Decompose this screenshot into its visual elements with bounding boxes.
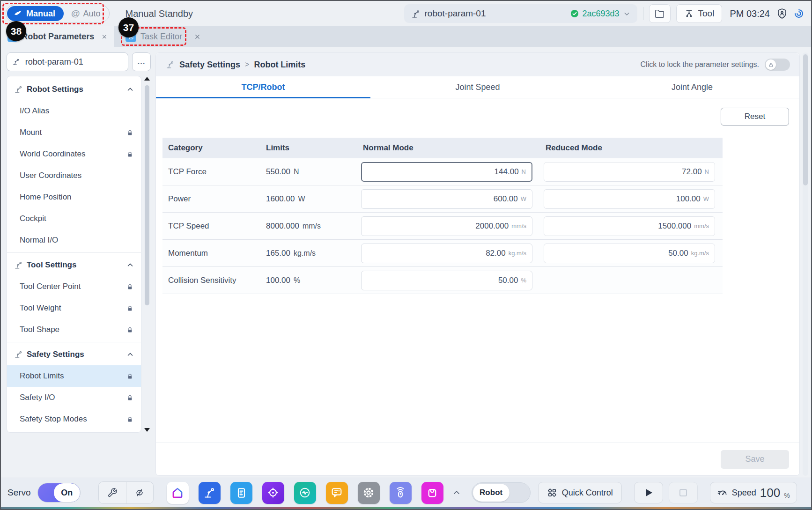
robot-limits-panel: Safety Settings > Robot Limits Click to … xyxy=(155,52,800,476)
app-store[interactable] xyxy=(421,482,443,504)
document-icon xyxy=(235,487,248,499)
reset-button[interactable]: Reset xyxy=(721,108,789,126)
play-button[interactable] xyxy=(634,482,663,503)
settings-tree: Robot Settings I/O Alias Mount World Coo… xyxy=(7,76,141,433)
sidebar-item-robot-limits[interactable]: Robot Limits xyxy=(7,365,141,387)
col-header-category: Category xyxy=(162,143,258,153)
more-options-button[interactable]: ... xyxy=(132,52,151,71)
scrollbar-thumb[interactable] xyxy=(803,54,808,185)
section-label: Safety Settings xyxy=(27,350,84,359)
chevron-down-icon xyxy=(623,10,631,18)
table-row-collision-sensitivity: Collision Sensitivity 100.00% 50.00% xyxy=(162,267,723,294)
section-tool-settings[interactable]: Tool Settings xyxy=(7,254,141,276)
sidebar-item-tool-center-point[interactable]: Tool Center Point xyxy=(7,276,141,297)
normal-mode-input[interactable]: 144.00N xyxy=(361,162,532,182)
limit-value: 8000.000mm/s xyxy=(258,222,359,231)
lock-icon xyxy=(126,283,133,290)
app-home[interactable] xyxy=(167,482,189,504)
limits-tab-strip: TCP/Robot Joint Speed Joint Angle xyxy=(156,76,799,98)
sidebar-item-io-alias[interactable]: I/O Alias xyxy=(7,100,141,122)
sidebar-item-normal-io[interactable]: Normal I/O xyxy=(7,229,141,251)
sidebar-item-world-coordinates[interactable]: World Coordinates xyxy=(7,143,141,165)
parameter-lock-toggle[interactable] xyxy=(765,59,790,71)
robot-icon xyxy=(165,60,175,69)
reduced-mode-input[interactable]: 72.00N xyxy=(544,162,715,182)
app-settings[interactable] xyxy=(358,482,380,504)
robot-status-text: Manual Standby xyxy=(125,8,193,19)
save-button[interactable]: Save xyxy=(721,450,789,469)
speed-control-button[interactable]: Speed 100 % xyxy=(710,482,797,503)
normal-mode-input[interactable]: 600.00W xyxy=(361,189,532,209)
safety-user-shield-icon[interactable] xyxy=(776,8,788,19)
auto-mode-button[interactable]: @ Auto xyxy=(64,6,108,21)
reduced-mode-input[interactable]: 100.00W xyxy=(544,189,715,209)
sidebar-item-tool-shape[interactable]: Tool Shape xyxy=(7,319,141,340)
toggle-knob xyxy=(766,59,776,70)
servo-state-label: On xyxy=(54,483,80,502)
sidebar-item-safety-stop-modes[interactable]: Safety Stop Modes xyxy=(7,408,141,430)
tab-tcp-robot[interactable]: TCP/Robot xyxy=(156,76,370,98)
active-parameter-name: robot-param-01 xyxy=(425,8,486,19)
workspace: ... Robot Settings I/O Alias Mount World… xyxy=(1,47,811,478)
app-log[interactable] xyxy=(326,482,348,504)
dock-collapse-chevron-icon[interactable] xyxy=(452,488,461,497)
sidebar-item-tool-weight[interactable]: Tool Weight xyxy=(7,297,141,319)
reduced-mode-input[interactable]: 1500.000mm/s xyxy=(544,216,715,236)
check-icon xyxy=(570,9,579,18)
servo-toggle[interactable]: On xyxy=(37,483,81,503)
scroll-down-arrow[interactable] xyxy=(144,428,150,432)
manual-mode-button[interactable]: Manual xyxy=(7,6,64,21)
app-jog[interactable] xyxy=(262,482,284,504)
breadcrumb-section: Safety Settings xyxy=(179,60,240,70)
open-file-button[interactable] xyxy=(649,4,671,23)
sidebar-item-home-position[interactable]: Home Position xyxy=(7,186,141,208)
table-row-tcp-speed: TCP Speed 8000.000mm/s 2000.000mm/s 1500… xyxy=(162,213,723,240)
robot-icon xyxy=(411,9,421,19)
limit-value: 165.00kg.m/s xyxy=(258,249,359,258)
close-tab-icon[interactable] xyxy=(101,33,108,40)
scrollbar-thumb[interactable] xyxy=(145,85,149,305)
tool-button[interactable]: Tool xyxy=(676,4,723,23)
quick-control-button[interactable]: Quick Control xyxy=(538,482,622,503)
sidebar-item-cockpit[interactable]: Cockpit xyxy=(7,208,141,229)
update-cycle-button[interactable] xyxy=(126,482,153,503)
app-status-monitor[interactable] xyxy=(294,482,316,504)
limits-table: Category Limits Normal Mode Reduced Mode… xyxy=(162,138,723,294)
stop-button[interactable] xyxy=(669,482,698,503)
section-safety-settings[interactable]: Safety Settings xyxy=(7,344,141,365)
chevron-up-icon xyxy=(126,85,134,94)
sidebar-item-mount[interactable]: Mount xyxy=(7,122,141,143)
normal-mode-input[interactable]: 2000.000mm/s xyxy=(361,216,532,236)
sync-swirl-icon[interactable] xyxy=(793,8,805,19)
sidebar-item-safety-io[interactable]: Safety I/O xyxy=(7,387,141,408)
reduced-mode-input[interactable]: 50.00kg.m/s xyxy=(544,244,715,263)
app-remote-control[interactable] xyxy=(390,482,412,504)
table-header-row: Category Limits Normal Mode Reduced Mode xyxy=(162,138,723,158)
sidebar-item-user-coordinates[interactable]: User Coordinates xyxy=(7,165,141,186)
app-robot-parameters[interactable] xyxy=(199,482,221,504)
parameter-name-field[interactable] xyxy=(7,52,128,71)
robot-sim-toggle[interactable]: Robot xyxy=(472,482,531,503)
auto-mode-icon: @ xyxy=(71,8,80,19)
app-task-editor[interactable] xyxy=(230,482,252,504)
chevron-up-icon xyxy=(126,261,134,269)
section-robot-settings[interactable]: Robot Settings xyxy=(7,79,141,100)
parameter-name-input[interactable] xyxy=(24,57,123,67)
table-row-power: Power 1600.00W 600.00W 100.00W xyxy=(162,185,723,213)
category-label: Power xyxy=(162,194,258,204)
limit-value: 100.00% xyxy=(258,276,359,285)
category-label: TCP Force xyxy=(162,167,258,177)
tab-joint-speed[interactable]: Joint Speed xyxy=(370,76,585,98)
close-tab-icon[interactable] xyxy=(194,33,201,40)
content-scrollbar[interactable] xyxy=(803,52,808,476)
clock-text: PM 03:24 xyxy=(730,8,770,19)
tab-joint-angle[interactable]: Joint Angle xyxy=(585,76,799,98)
scroll-up-arrow[interactable] xyxy=(144,77,150,81)
maintenance-button[interactable] xyxy=(99,482,126,503)
sidebar-scrollbar[interactable] xyxy=(143,76,151,433)
annotation-badge-38: 38 xyxy=(6,21,26,41)
normal-mode-input[interactable]: 82.00kg.m/s xyxy=(361,244,532,263)
active-parameter-dropdown[interactable]: robot-param-01 2ac693d3 xyxy=(404,4,637,23)
speed-value: 100 xyxy=(760,486,780,500)
normal-mode-input[interactable]: 50.00% xyxy=(361,271,532,290)
